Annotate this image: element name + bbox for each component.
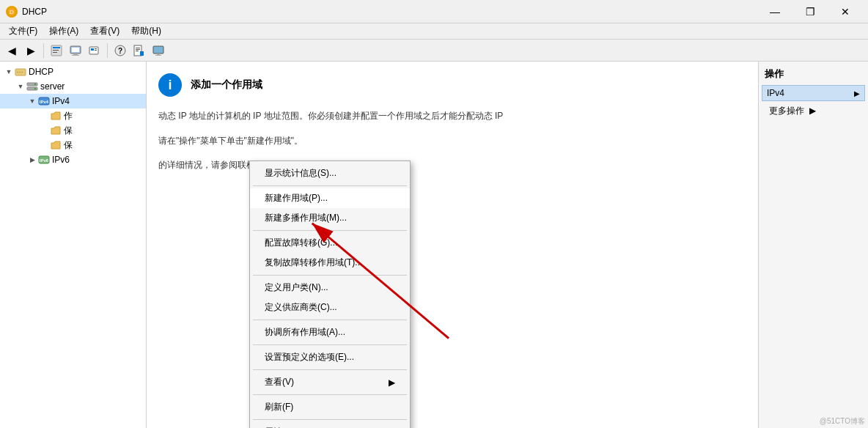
tree-item-sub2[interactable]: 保 bbox=[0, 123, 146, 138]
ctx-new-multicast[interactable]: 新建多播作用域(M)... bbox=[250, 208, 410, 228]
folder-icon-1 bbox=[50, 110, 62, 122]
minimize-button[interactable]: — bbox=[758, 0, 792, 23]
right-panel-ipv4[interactable]: IPv4 ▶ bbox=[762, 85, 865, 101]
tree-item-ipv4[interactable]: ▼ IPv4 IPv4 bbox=[0, 94, 146, 108]
forward-button[interactable]: ▶ bbox=[22, 42, 40, 59]
ctx-properties[interactable]: 属性(R) bbox=[250, 422, 410, 428]
expand-dhcp: ▼ bbox=[3, 68, 15, 75]
svg-point-31 bbox=[34, 88, 36, 89]
help-button[interactable]: ? bbox=[111, 42, 129, 59]
toolbar: ◀ ▶ ? bbox=[0, 40, 868, 62]
tree-item-server[interactable]: ▼ server bbox=[0, 79, 146, 94]
menu-action[interactable]: 操作(A) bbox=[43, 23, 84, 39]
ctx-sep-4 bbox=[253, 320, 407, 320]
svg-rect-21 bbox=[153, 46, 163, 54]
svg-rect-9 bbox=[72, 55, 79, 56]
menu-bar: 文件(F) 操作(A) 查看(V) 帮助(H) bbox=[0, 23, 868, 40]
svg-rect-5 bbox=[53, 52, 57, 53]
ctx-sep-3 bbox=[253, 275, 407, 276]
svg-rect-22 bbox=[157, 54, 160, 55]
ctx-view[interactable]: 查看(V)▶ bbox=[250, 372, 410, 392]
svg-rect-4 bbox=[53, 50, 59, 51]
dhcp-label: DHCP bbox=[29, 67, 54, 77]
svg-point-27 bbox=[21, 72, 23, 73]
svg-point-25 bbox=[17, 72, 18, 73]
server-label: server bbox=[40, 81, 65, 92]
screen-button[interactable] bbox=[150, 42, 167, 59]
more-actions-arrow: ▶ bbox=[809, 106, 816, 116]
expand-ipv4: ▼ bbox=[26, 97, 38, 105]
ctx-sep-5 bbox=[253, 344, 407, 345]
content-header: i 添加一个作用域 bbox=[158, 73, 746, 97]
svg-rect-13 bbox=[95, 50, 97, 51]
tree-item-ipv6[interactable]: ▶ IPv6 IPv6 bbox=[0, 152, 146, 167]
menu-view[interactable]: 查看(V) bbox=[84, 23, 125, 39]
more-actions-button[interactable]: 更多操作 ▶ bbox=[762, 103, 865, 119]
ipv4-icon: IPv4 bbox=[38, 95, 50, 107]
ctx-predefined[interactable]: 设置预定义的选项(E)... bbox=[250, 347, 410, 367]
svg-rect-8 bbox=[73, 54, 78, 55]
main-layout: ▼ DHCP ▼ server bbox=[0, 62, 868, 428]
right-panel-title: 操作 bbox=[762, 64, 865, 85]
ctx-sep-6 bbox=[253, 369, 407, 370]
restore-button[interactable]: ❐ bbox=[793, 0, 827, 23]
sub3-label: 保 bbox=[64, 139, 73, 152]
svg-rect-18 bbox=[136, 49, 140, 50]
svg-point-30 bbox=[34, 84, 36, 85]
ctx-user-class[interactable]: 定义用户类(N)... bbox=[250, 278, 410, 298]
ctx-vendor-class[interactable]: 定义供应商类(C)... bbox=[250, 298, 410, 317]
svg-marker-20 bbox=[140, 51, 144, 56]
svg-rect-11 bbox=[91, 48, 94, 51]
menu-help[interactable]: 帮助(H) bbox=[125, 23, 167, 39]
expand-server: ▼ bbox=[15, 83, 26, 90]
folder-icon-2 bbox=[50, 125, 62, 136]
ctx-reconcile[interactable]: 协调所有作用域(A)... bbox=[250, 322, 410, 342]
server-icon bbox=[26, 81, 38, 92]
svg-rect-12 bbox=[95, 48, 97, 49]
svg-rect-23 bbox=[155, 55, 161, 56]
ctx-sep-8 bbox=[253, 419, 407, 420]
export-button[interactable] bbox=[130, 42, 148, 59]
ctx-new-scope[interactable]: 新建作用域(P)... bbox=[250, 188, 410, 208]
content-para-3: 的详细情况，请参阅联机帮助。 bbox=[158, 158, 746, 174]
svg-rect-7 bbox=[72, 48, 79, 52]
ctx-copy-failover[interactable]: 复制故障转移作用域(T)... bbox=[250, 253, 410, 273]
window-button[interactable] bbox=[86, 42, 103, 59]
content-panel: i 添加一个作用域 动态 IP 地址的计算机的 IP 地址范围。你必须创建并配置… bbox=[147, 62, 758, 428]
window-controls: — ❐ ✕ bbox=[758, 0, 862, 23]
svg-text:?: ? bbox=[118, 47, 122, 55]
tree-item-sub3[interactable]: 保 bbox=[0, 138, 146, 152]
ipv4-label-right: IPv4 bbox=[767, 88, 784, 98]
close-button[interactable]: ✕ bbox=[828, 0, 862, 23]
right-panel: 操作 IPv4 ▶ 更多操作 ▶ bbox=[758, 62, 868, 428]
content-para-2: 请在"操作"菜单下单击"新建作用域"。 bbox=[158, 133, 746, 150]
ctx-sep-2 bbox=[253, 230, 407, 231]
show-action-button[interactable] bbox=[48, 42, 65, 59]
ctx-show-stats[interactable]: 显示统计信息(S)... bbox=[250, 163, 410, 183]
menu-file[interactable]: 文件(F) bbox=[3, 23, 43, 39]
svg-point-26 bbox=[19, 72, 21, 73]
svg-text:IPv4: IPv4 bbox=[40, 100, 49, 104]
tree-item-sub1[interactable]: 作 bbox=[0, 108, 146, 123]
svg-text:IPv6: IPv6 bbox=[40, 158, 49, 163]
ctx-sep-1 bbox=[253, 185, 407, 186]
svg-text:D: D bbox=[10, 9, 14, 15]
ctx-sep-7 bbox=[253, 394, 407, 395]
ipv4-label: IPv4 bbox=[52, 96, 70, 106]
tree-panel: ▼ DHCP ▼ server bbox=[0, 62, 147, 428]
svg-rect-3 bbox=[53, 47, 60, 48]
context-menu: 显示统计信息(S)... 新建作用域(P)... 新建多播作用域(M)... 配… bbox=[249, 160, 411, 428]
computer-button[interactable] bbox=[67, 42, 84, 59]
ctx-failover[interactable]: 配置故障转移(G)... bbox=[250, 233, 410, 253]
expand-ipv6: ▶ bbox=[26, 156, 38, 163]
content-title: 添加一个作用域 bbox=[191, 78, 262, 92]
tree-item-dhcp[interactable]: ▼ DHCP bbox=[0, 64, 146, 79]
ipv6-label: IPv6 bbox=[52, 155, 70, 165]
back-button[interactable]: ◀ bbox=[3, 42, 21, 59]
ipv6-icon: IPv6 bbox=[38, 154, 50, 166]
title-bar: D DHCP — ❐ ✕ bbox=[0, 0, 868, 23]
window-title: DHCP bbox=[22, 7, 758, 17]
content-text: 动态 IP 地址的计算机的 IP 地址范围。你必须创建并配置一个作用域之后才能分… bbox=[158, 108, 746, 174]
ctx-refresh[interactable]: 刷新(F) bbox=[250, 397, 410, 417]
svg-rect-17 bbox=[136, 48, 140, 48]
